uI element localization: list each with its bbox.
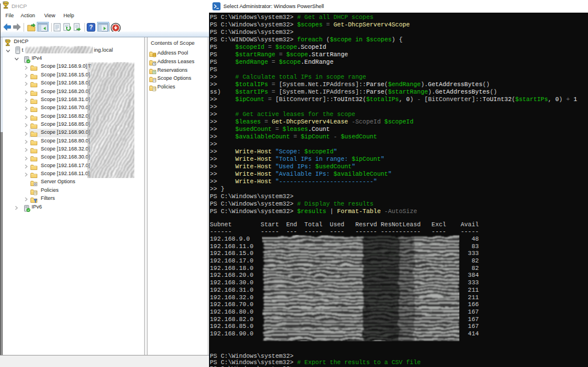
svg-text:?: ?: [89, 24, 92, 30]
